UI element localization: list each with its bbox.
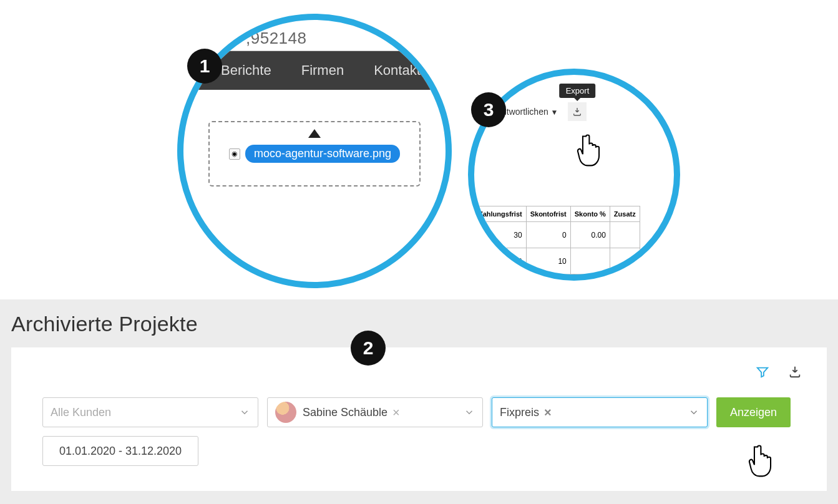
chevron-down-icon (239, 407, 250, 418)
cell: 30 (475, 248, 527, 274)
nav-item-firmen[interactable]: Firmen (301, 62, 344, 79)
date-range-input[interactable]: 01.01.2020 - 31.12.2020 (42, 436, 198, 466)
cell: 0.00 (570, 222, 610, 248)
cell: 10 (526, 248, 570, 274)
responsible-dropdown[interactable]: ntwortlichen ▼ (502, 107, 558, 117)
clear-pricetype-icon[interactable]: × (539, 405, 557, 420)
filter-icon[interactable] (756, 365, 769, 379)
dropzone-pointer-icon (308, 129, 321, 138)
col-skontopct: Skonto % (570, 206, 610, 222)
show-button[interactable]: Anzeigen (716, 397, 791, 427)
step-badge-1: 1 (187, 49, 222, 84)
clear-user-icon[interactable]: × (387, 405, 405, 420)
col-zusatz: Zusatz (610, 206, 640, 222)
table-row: 30 0 0.00 (475, 222, 640, 248)
user-select[interactable]: Sabine Schäuble × (267, 397, 483, 427)
file-type-icon: ◉ (229, 148, 240, 160)
cell: 0 (526, 222, 570, 248)
url-fragment: ,952148 (183, 20, 446, 51)
user-select-value: Sabine Schäuble (303, 406, 387, 419)
top-nav: Berichte Firmen Kontakte (183, 51, 446, 90)
uploaded-file-chip[interactable]: moco-agentur-software.png (245, 145, 400, 163)
table-row: 30 10 (475, 248, 640, 274)
customer-select-placeholder: Alle Kunden (51, 406, 111, 419)
date-range-value: 01.01.2020 - 31.12.2020 (59, 445, 182, 458)
archived-projects-panel: Archivierte Projekte Alle Kunden Sabine … (0, 299, 838, 504)
export-button[interactable]: Export (568, 102, 587, 121)
avatar (275, 402, 296, 423)
export-preview-table: Zahlungsfrist Skontofrist Skonto % Zusat… (474, 206, 640, 274)
chevron-down-icon (464, 407, 475, 418)
download-icon[interactable] (788, 365, 802, 379)
col-skontofrist: Skontofrist (526, 206, 570, 222)
chevron-down-icon: ▼ (551, 108, 558, 117)
col-zahlungsfrist: Zahlungsfrist (475, 206, 527, 222)
cell: 30 (475, 222, 527, 248)
download-icon (572, 107, 582, 117)
page-title: Archivierte Projekte (11, 299, 827, 347)
cell (610, 248, 640, 274)
panel-toolbar (11, 347, 827, 391)
nav-item-kontakte[interactable]: Kontakte (374, 62, 428, 79)
chevron-down-icon (688, 407, 699, 418)
pointer-cursor-icon (574, 130, 608, 169)
nav-item-berichte[interactable]: Berichte (221, 62, 271, 79)
export-tooltip: Export (560, 84, 596, 98)
step-badge-3: 3 (471, 92, 506, 127)
pricetype-select-value: Fixpreis (500, 406, 539, 419)
customer-select[interactable]: Alle Kunden (42, 397, 258, 427)
responsible-dropdown-label: ntwortlichen (502, 107, 548, 117)
filter-row: Alle Kunden Sabine Schäuble × Fixpreis ×… (11, 391, 827, 491)
cell (610, 222, 640, 248)
cell (570, 248, 610, 274)
step-badge-2: 2 (351, 331, 386, 366)
pricetype-select[interactable]: Fixpreis × (492, 397, 708, 427)
